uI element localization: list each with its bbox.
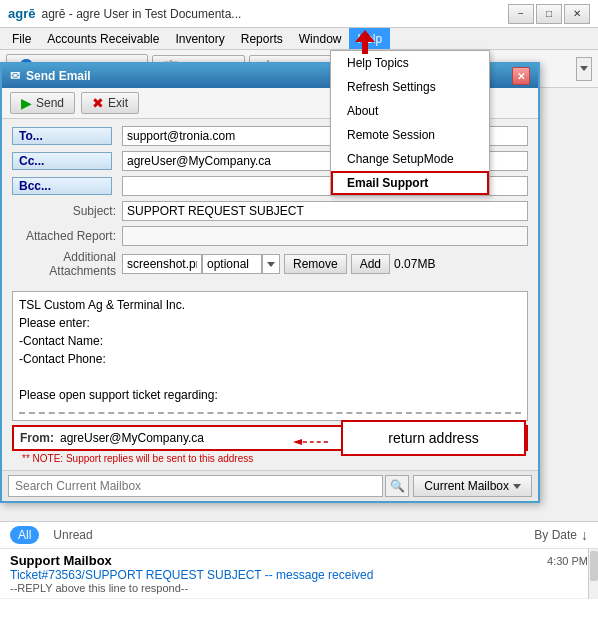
dropdown-arrow-icon xyxy=(580,66,588,71)
scroll-thumb xyxy=(590,551,598,581)
attachment-optional[interactable] xyxy=(202,254,262,274)
mail-section: All Unread By Date ↓ Support Mailbox 4:3… xyxy=(0,521,598,619)
tab-unread[interactable]: Unread xyxy=(45,526,100,544)
from-label: From: xyxy=(20,431,60,445)
minimize-button[interactable]: − xyxy=(508,4,534,24)
attached-report-row: Attached Report: xyxy=(12,225,528,247)
annotation-box: return address xyxy=(341,420,526,456)
menu-bar: File Accounts Receivable Inventory Repor… xyxy=(0,28,598,50)
mail-subject: Ticket#73563/SUPPORT REQUEST SUBJECT -- … xyxy=(10,568,588,582)
remote-session-item[interactable]: Remote Session xyxy=(331,123,489,147)
cc-button[interactable]: Cc... xyxy=(12,152,112,170)
email-support-item[interactable]: Email Support xyxy=(331,171,489,195)
send-label: Send xyxy=(36,96,64,110)
body-line-3: -Contact Name: xyxy=(19,332,521,350)
to-button[interactable]: To... xyxy=(12,127,112,145)
menu-window[interactable]: Window xyxy=(291,28,350,49)
send-button[interactable]: ▶ Send xyxy=(10,92,75,114)
title-text: agrē - agre User in Test Documenta... xyxy=(41,7,508,21)
annotation-arrow xyxy=(273,427,333,457)
play-icon: ▶ xyxy=(21,95,32,111)
body-line-2: Please enter: xyxy=(19,314,521,332)
close-button[interactable]: ✕ xyxy=(564,4,590,24)
attachments-row: Additional Attachments Remove Add 0.07MB xyxy=(12,250,528,278)
attachment-size: 0.07MB xyxy=(394,257,435,271)
body-line-5 xyxy=(19,368,521,386)
send-email-close-button[interactable]: ✕ xyxy=(512,67,530,85)
mail-list: Support Mailbox 4:30 PM Ticket#73563/SUP… xyxy=(0,549,598,599)
mailbox-dropdown-icon xyxy=(513,484,521,489)
maximize-button[interactable]: □ xyxy=(536,4,562,24)
add-attachment-button[interactable]: Add xyxy=(351,254,390,274)
send-email-title: Send Email xyxy=(26,69,91,83)
menu-inventory[interactable]: Inventory xyxy=(167,28,232,49)
mail-header: All Unread By Date ↓ xyxy=(0,522,598,549)
additional-attachments-label: Additional Attachments xyxy=(12,250,122,278)
body-line-6: Please open support ticket regarding: xyxy=(19,386,521,404)
mail-preview: --REPLY above this line to respond-- xyxy=(10,582,588,594)
attached-report-label: Attached Report: xyxy=(12,229,122,243)
red-arrow xyxy=(355,30,375,57)
bcc-button[interactable]: Bcc... xyxy=(12,177,112,195)
tab-all[interactable]: All xyxy=(10,526,39,544)
envelope-icon: ✉ xyxy=(10,69,20,83)
current-mailbox-label: Current Mailbox xyxy=(424,479,509,493)
body-line-1: TSL Custom Ag & Terminal Inc. xyxy=(19,296,521,314)
search-button[interactable]: 🔍 xyxy=(385,475,409,497)
exit-button[interactable]: ✖ Exit xyxy=(81,92,139,114)
sort-direction-button[interactable]: ↓ xyxy=(581,527,588,543)
refresh-settings-item[interactable]: Refresh Settings xyxy=(331,75,489,99)
annotation-text: return address xyxy=(388,430,478,446)
mail-time: 4:30 PM xyxy=(547,555,588,567)
dropdown-icon xyxy=(267,262,275,267)
mail-sort: By Date ↓ xyxy=(534,527,588,543)
help-dropdown: Help Topics Refresh Settings About Remot… xyxy=(330,50,490,196)
body-line-4: -Contact Phone: xyxy=(19,350,521,368)
menu-accounts-receivable[interactable]: Accounts Receivable xyxy=(39,28,167,49)
attachment-filename[interactable] xyxy=(122,254,202,274)
remove-attachment-button[interactable]: Remove xyxy=(284,254,347,274)
mail-sender: Support Mailbox xyxy=(10,553,112,568)
table-row[interactable]: Support Mailbox 4:30 PM Ticket#73563/SUP… xyxy=(0,549,598,599)
email-body[interactable]: TSL Custom Ag & Terminal Inc. Please ent… xyxy=(12,291,528,421)
svg-marker-0 xyxy=(355,30,375,54)
sort-label: By Date xyxy=(534,528,577,542)
menu-reports[interactable]: Reports xyxy=(233,28,291,49)
subject-label: Subject: xyxy=(12,204,122,218)
attached-report-field[interactable] xyxy=(122,226,528,246)
subject-row: Subject: xyxy=(12,200,528,222)
change-setup-mode-item[interactable]: Change SetupMode xyxy=(331,147,489,171)
about-item[interactable]: About xyxy=(331,99,489,123)
toolbar-dropdown-button[interactable] xyxy=(576,57,592,81)
search-bar: 🔍 Current Mailbox xyxy=(2,470,538,501)
search-input[interactable] xyxy=(8,475,383,497)
attachment-dropdown-button[interactable] xyxy=(262,254,280,274)
subject-field[interactable] xyxy=(122,201,528,221)
body-separator xyxy=(19,412,521,418)
menu-file[interactable]: File xyxy=(4,28,39,49)
app-icon: agrē xyxy=(8,6,35,21)
scroll-bar[interactable] xyxy=(588,549,598,599)
title-bar: agrē agrē - agre User in Test Documenta.… xyxy=(0,0,598,28)
from-section: From: return address ** NOTE: Support re… xyxy=(12,425,528,464)
search-icon: 🔍 xyxy=(390,479,405,493)
exit-label: Exit xyxy=(108,96,128,110)
current-mailbox-button[interactable]: Current Mailbox xyxy=(413,475,532,497)
window-controls: − □ ✕ xyxy=(508,4,590,24)
from-row: From: return address xyxy=(12,425,528,451)
x-icon: ✖ xyxy=(92,95,104,111)
